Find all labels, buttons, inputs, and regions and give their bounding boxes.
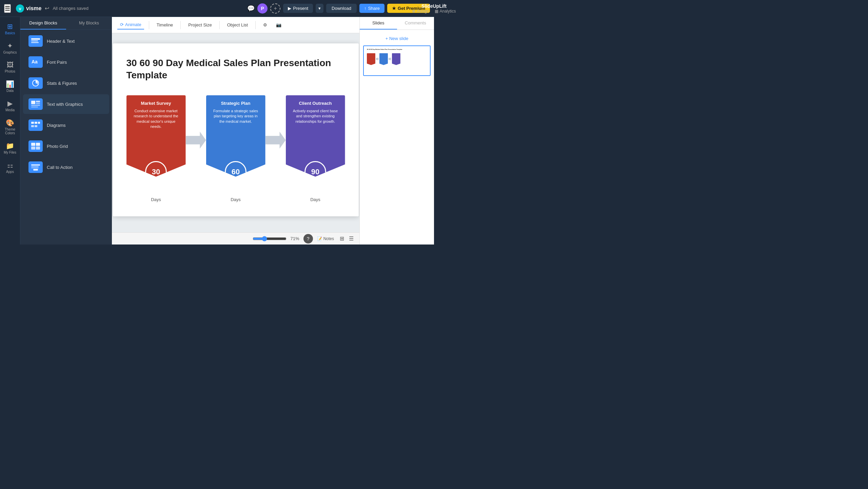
sidebar-item-stats-figures[interactable]: 40% Stats & Figures xyxy=(23,73,109,93)
present-button[interactable]: ▶ Present xyxy=(283,4,313,13)
sidebar-item-basics[interactable]: ⊞ Basics xyxy=(1,20,19,38)
toolbar-separator-4 xyxy=(255,21,256,29)
object-list-button[interactable]: Object List xyxy=(224,21,251,29)
sidebar-item-my-files[interactable]: 📁 My Files xyxy=(1,139,19,157)
list-view-button[interactable]: ☰ xyxy=(347,235,355,242)
sidebar-item-font-pairs[interactable]: Aa Font Pairs xyxy=(23,52,109,72)
text-graphics-label: Text with Graphics xyxy=(47,102,83,107)
play-icon: ▶ xyxy=(288,6,291,11)
svg-rect-15 xyxy=(38,122,40,124)
comment-button[interactable]: 💬 xyxy=(247,5,255,12)
bar-title-2: Strategic Plan xyxy=(221,101,251,106)
my-files-icon: 📁 xyxy=(6,142,14,150)
timeline-button[interactable]: Timeline xyxy=(154,21,176,29)
grid-view-button[interactable]: ⊞ xyxy=(338,235,346,242)
sidebar-item-photos[interactable]: 🖼 Photos xyxy=(1,58,19,76)
toolbar-separator-1 xyxy=(149,21,149,29)
stats-figures-icon: 40% xyxy=(28,77,43,89)
animate-button[interactable]: ⟳ Animate xyxy=(117,20,144,30)
main-area: ⊞ Basics ✦ Graphics 🖼 Photos 📊 Data ▶ Me… xyxy=(0,17,434,244)
basics-label: Basics xyxy=(5,31,15,35)
svg-rect-4 xyxy=(31,42,39,43)
toolbar-separator-3 xyxy=(219,21,220,29)
stats-figures-label: Stats & Figures xyxy=(47,81,77,86)
theme-colors-icon: 🎨 xyxy=(6,119,14,127)
gear-icon: ⚙ xyxy=(263,22,267,27)
days-label-2: Days xyxy=(231,197,241,202)
header-text-label: Header & Text xyxy=(47,39,75,44)
settings-button[interactable]: ⚙ xyxy=(260,21,270,29)
svg-rect-13 xyxy=(31,122,34,124)
data-label: Data xyxy=(6,89,14,93)
zoom-label: 71% xyxy=(291,236,299,241)
tab-my-blocks[interactable]: My Blocks xyxy=(66,17,112,30)
tab-slides[interactable]: Slides xyxy=(360,17,397,30)
sidebar-item-header-text[interactable]: Header & Text xyxy=(23,31,109,51)
chart-col-2: Strategic Plan Formulate a strategic sal… xyxy=(206,95,265,202)
project-subtitle-bar: ⊕ Assign ▦ Analytics xyxy=(412,9,434,14)
basics-icon: ⊞ xyxy=(7,22,13,31)
bar-strategic-plan: Strategic Plan Formulate a strategic sal… xyxy=(206,95,265,177)
present-dropdown-button[interactable]: ▾ xyxy=(316,4,323,13)
svg-rect-3 xyxy=(31,40,38,41)
canvas-area: ⟳ Animate Timeline Project Size Object L… xyxy=(112,17,359,244)
svg-rect-19 xyxy=(36,143,40,146)
sidebar-item-diagrams[interactable]: Diagrams xyxy=(23,115,109,135)
slide-thumbnail-1[interactable]: 1 30 60 90 Day Medical Sales Plan Presen… xyxy=(363,45,431,76)
bar-client-outreach: Client Outreach Actively expand client b… xyxy=(286,95,345,177)
font-pairs-label: Font Pairs xyxy=(47,60,67,65)
toolbar-separator-2 xyxy=(180,21,181,29)
call-to-action-icon xyxy=(28,161,43,173)
sidebar-item-data[interactable]: 📊 Data xyxy=(1,77,19,95)
svg-rect-10 xyxy=(36,103,40,104)
logo: v visme xyxy=(16,4,41,13)
svg-rect-2 xyxy=(31,38,40,40)
sidebar-item-apps[interactable]: ⚏ Apps xyxy=(1,158,19,176)
header-text-icon xyxy=(28,35,43,47)
chart-col-1: Market Survey Conduct extensive market r… xyxy=(126,95,186,202)
right-panel-tabs: Slides Comments xyxy=(360,17,434,30)
menu-button[interactable]: ☰ xyxy=(4,4,11,13)
photo-grid-label: Photo Grid xyxy=(47,144,68,149)
diagrams-icon xyxy=(28,119,43,131)
undo-button[interactable]: ↩ xyxy=(45,5,49,12)
sidebar-item-graphics[interactable]: ✦ Graphics xyxy=(1,39,19,57)
tab-design-blocks[interactable]: Design Blocks xyxy=(20,17,66,30)
new-slide-button[interactable]: + New slide xyxy=(363,33,431,44)
sidebar-item-text-graphics[interactable]: Text with Graphics xyxy=(23,94,109,114)
camera-button[interactable]: 📷 xyxy=(273,21,284,29)
sidebar-item-media[interactable]: ▶ Media xyxy=(1,97,19,115)
help-button[interactable]: ? xyxy=(303,234,313,243)
svg-text:Aa: Aa xyxy=(32,59,38,64)
diagrams-label: Diagrams xyxy=(47,123,66,128)
canvas-toolbar: ⟳ Animate Timeline Project Size Object L… xyxy=(112,17,359,33)
project-size-button[interactable]: Project Size xyxy=(185,21,214,29)
sidebar-item-photo-grid[interactable]: Photo Grid xyxy=(23,136,109,156)
sidebar-item-theme-colors[interactable]: 🎨 Theme Colors xyxy=(1,116,19,138)
photos-icon: 🖼 xyxy=(7,61,14,69)
visme-logo-icon: v xyxy=(16,4,24,13)
right-panel: Slides Comments + New slide 1 30 60 90 D… xyxy=(359,17,434,244)
svg-rect-12 xyxy=(31,106,38,107)
bar-title-3: Client Outreach xyxy=(299,101,332,106)
avatar: P xyxy=(257,3,268,14)
download-button[interactable]: Download xyxy=(326,4,357,13)
slide-canvas[interactable]: 30 60 90 Day Medical Sales Plan Presenta… xyxy=(113,43,359,216)
bottom-bar: 71% ? 📝 Notes ⊞ ☰ xyxy=(112,232,359,244)
svg-rect-23 xyxy=(31,166,39,167)
zoom-slider[interactable] xyxy=(253,236,287,241)
camera-icon: 📷 xyxy=(276,22,281,27)
tab-comments[interactable]: Comments xyxy=(397,17,434,30)
font-pairs-icon: Aa xyxy=(28,56,43,68)
my-files-label: My Files xyxy=(4,151,16,154)
assign-link[interactable]: ⊕ Assign xyxy=(412,9,429,14)
project-title: SlideUpLift xyxy=(421,3,434,9)
sidebar: Design Blocks My Blocks Header & Text Aa… xyxy=(20,17,112,244)
notes-icon: 📝 xyxy=(317,236,322,241)
svg-rect-18 xyxy=(31,143,35,146)
add-collaborator-button[interactable]: + xyxy=(270,3,280,14)
notes-button[interactable]: 📝 Notes xyxy=(317,236,334,241)
sidebar-item-call-to-action[interactable]: Call to Action xyxy=(23,157,109,177)
share-button[interactable]: ↑ Share xyxy=(359,4,384,13)
days-label-3: Days xyxy=(310,197,320,202)
